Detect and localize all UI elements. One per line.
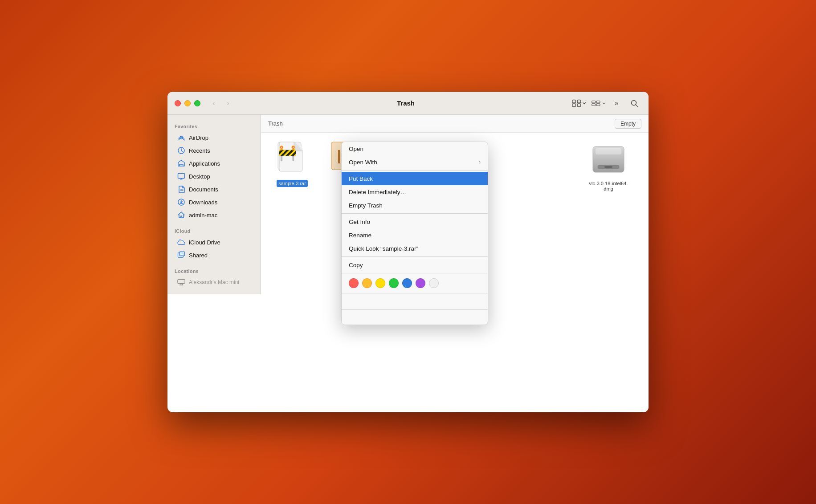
locations-section-label: Locations [167, 265, 261, 276]
title-right: » [572, 97, 641, 110]
menu-item-copy[interactable]: Copy [342, 258, 488, 272]
svg-rect-6 [596, 101, 600, 103]
file-item-rar[interactable]: 🚧 sample-3.rar [270, 142, 314, 187]
svg-rect-7 [596, 103, 600, 106]
menu-separator-1 [342, 170, 488, 171]
sidebar-item-mac-mini[interactable]: Aleksandr's Mac mini [170, 276, 258, 289]
shared-icon [177, 251, 185, 259]
recents-icon [177, 146, 185, 154]
finder-window: ‹ › Trash [167, 92, 649, 412]
color-orange[interactable] [362, 278, 372, 288]
color-green[interactable] [389, 278, 399, 288]
svg-rect-5 [592, 103, 596, 106]
content-area: Trash Empty 🚧 [261, 115, 649, 412]
traffic-lights [175, 100, 200, 106]
more-button[interactable]: » [609, 97, 624, 110]
view-options-button[interactable] [592, 97, 606, 110]
maximize-button[interactable] [194, 100, 200, 106]
menu-item-rename[interactable]: Rename [342, 228, 488, 242]
menu-copy-label: Copy [349, 262, 363, 268]
menu-empty-trash-label: Empty Trash [349, 202, 383, 209]
menu-item-upload-monosnap[interactable] [342, 311, 488, 325]
menu-open-label: Open [349, 146, 363, 152]
search-button[interactable] [627, 97, 641, 110]
color-yellow[interactable] [375, 278, 385, 288]
menu-get-info-label: Get Info [349, 219, 370, 225]
sidebar-item-recents[interactable]: Recents [170, 144, 258, 157]
dmg-file-label: vlc-3.0.18-intel64.dmg [586, 180, 631, 192]
menu-delete-label: Delete Immediately… [349, 189, 406, 195]
desktop-label: Desktop [189, 173, 210, 180]
sidebar-wrapper: Favorites AirDrop [167, 115, 261, 412]
home-icon [177, 211, 185, 219]
sidebar-item-desktop[interactable]: Desktop [170, 170, 258, 183]
file-item-dmg[interactable]: vlc-3.0.18-intel64.dmg [586, 142, 631, 192]
menu-item-open-with[interactable]: Open With › [342, 155, 488, 169]
nav-buttons: ‹ › [208, 97, 234, 110]
sidebar: Favorites AirDrop [167, 115, 261, 294]
empty-trash-button[interactable]: Empty [615, 119, 641, 129]
menu-item-empty-trash[interactable]: Empty Trash [342, 199, 488, 212]
dmg-file-icon [591, 142, 626, 177]
sidebar-item-shared[interactable]: Shared [170, 249, 258, 261]
documents-icon [177, 185, 185, 193]
sidebar-item-documents[interactable]: Documents [170, 183, 258, 195]
airdrop-label: AirDrop [189, 134, 208, 141]
open-with-arrow-icon: › [479, 159, 481, 165]
icloud-drive-label: iCloud Drive [189, 239, 220, 246]
sidebar-item-downloads[interactable]: Downloads [170, 196, 258, 208]
close-button[interactable] [175, 100, 181, 106]
menu-item-quick-look[interactable]: Quick Look “sample-3.rar” [342, 242, 488, 255]
recents-label: Recents [189, 147, 210, 154]
svg-rect-4 [592, 101, 596, 103]
applications-icon [177, 159, 185, 167]
sidebar-item-airdrop[interactable]: AirDrop [170, 131, 258, 144]
menu-rename-label: Rename [349, 232, 371, 239]
sidebar-item-applications[interactable]: Applications [170, 157, 258, 170]
icloud-icon [177, 238, 185, 246]
search-icon [630, 99, 638, 107]
desktop-icon [177, 172, 185, 180]
airdrop-icon [177, 134, 185, 142]
menu-item-put-back[interactable]: Put Back [342, 172, 488, 185]
menu-separator-6 [342, 309, 488, 310]
color-purple[interactable] [416, 278, 425, 288]
minimize-button[interactable] [184, 100, 191, 106]
forward-button[interactable]: › [222, 97, 234, 110]
breadcrumb-label: Trash [268, 120, 615, 127]
context-menu: Open Open With › Put Back Delete Immedia… [341, 142, 488, 325]
sidebar-item-icloud-drive[interactable]: iCloud Drive [170, 236, 258, 248]
menu-item-open[interactable]: Open [342, 142, 488, 155]
back-button[interactable]: ‹ [208, 97, 220, 110]
shared-label: Shared [189, 252, 208, 259]
icloud-section-label: iCloud [167, 225, 261, 236]
svg-point-8 [632, 100, 636, 105]
menu-item-tags[interactable] [342, 295, 488, 308]
main-layout: Favorites AirDrop [167, 115, 649, 412]
menu-separator-2 [342, 213, 488, 214]
view-grid-button[interactable] [572, 97, 586, 110]
content-toolbar: Trash Empty [261, 115, 649, 133]
svg-rect-26 [178, 280, 185, 284]
menu-quick-look-label: Quick Look “sample-3.rar” [349, 245, 418, 252]
downloads-icon [177, 198, 185, 206]
color-blue[interactable] [402, 278, 412, 288]
sidebar-item-home[interactable]: admin-mac [170, 209, 258, 221]
menu-separator-5 [342, 293, 488, 293]
applications-label: Applications [189, 160, 220, 167]
svg-rect-1 [577, 100, 581, 103]
window-title: Trash [397, 99, 415, 107]
rar-file-label: sample-3.rar [277, 180, 308, 187]
color-none[interactable] [429, 278, 439, 288]
svg-rect-3 [577, 103, 581, 106]
options-chevron-icon [602, 101, 606, 106]
color-red[interactable] [349, 278, 359, 288]
grid-icon [572, 99, 581, 107]
menu-open-with-label: Open With [349, 159, 377, 166]
mac-mini-icon [177, 278, 185, 286]
menu-item-get-info[interactable]: Get Info [342, 215, 488, 228]
menu-item-delete-immediately[interactable]: Delete Immediately… [342, 185, 488, 199]
favorites-section-label: Favorites [167, 120, 261, 131]
vlc-cone-icon: 🚧 [278, 145, 297, 160]
documents-label: Documents [189, 186, 218, 193]
